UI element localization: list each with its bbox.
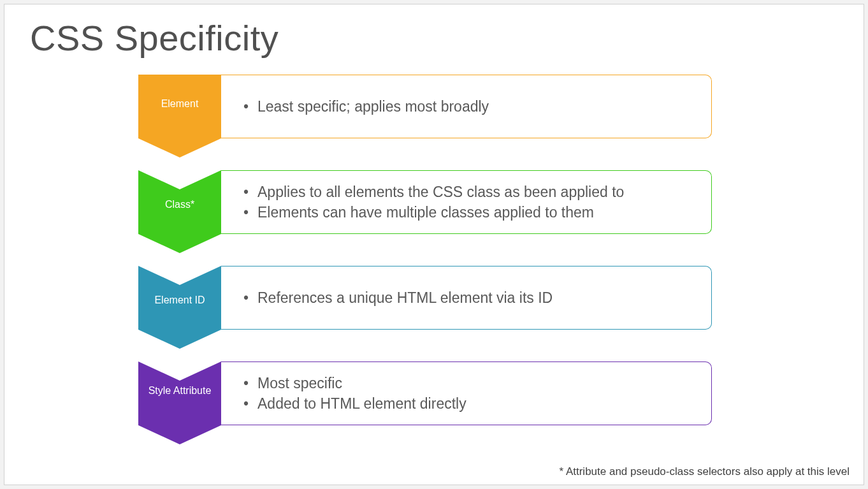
footnote-text: * Attribute and pseudo-class selectors a…	[560, 465, 850, 478]
svg-marker-0	[138, 75, 221, 157]
chevron-down-icon	[138, 361, 221, 444]
svg-marker-1	[138, 170, 221, 253]
chevron-label: Element	[138, 98, 221, 110]
bullet-item: Elements can have multiple classes appli…	[243, 202, 624, 223]
info-box: Applies to all elements the CSS class as…	[221, 170, 712, 234]
chevron-down-icon	[138, 266, 221, 349]
diagram-content: Element Least specific; applies most bro…	[138, 75, 725, 457]
info-box: References a unique HTML element via its…	[221, 266, 712, 330]
row-element: Element Least specific; applies most bro…	[138, 75, 725, 157]
chevron-label: Class*	[138, 198, 221, 210]
page-title: CSS Specificity	[30, 17, 278, 59]
row-class: Class* Applies to all elements the CSS c…	[138, 170, 725, 253]
svg-marker-3	[138, 361, 221, 444]
slide-frame: CSS Specificity Element Least specific; …	[4, 4, 864, 485]
bullet-item: Applies to all elements the CSS class as…	[243, 182, 624, 202]
bullet-item: Most specific	[243, 373, 467, 393]
bullet-item: Added to HTML element directly	[243, 393, 467, 414]
info-box: Least specific; applies most broadly	[221, 75, 712, 138]
row-element-id: Element ID References a unique HTML elem…	[138, 266, 725, 349]
bullet-item: References a unique HTML element via its…	[243, 288, 553, 308]
chevron-down-icon	[138, 170, 221, 253]
chevron-down-icon	[138, 75, 221, 157]
svg-marker-2	[138, 266, 221, 349]
chevron-label: Style Attribute	[138, 384, 221, 397]
info-box: Most specific Added to HTML element dire…	[221, 361, 712, 425]
row-style-attribute: Style Attribute Most specific Added to H…	[138, 361, 725, 444]
bullet-item: Least specific; applies most broadly	[243, 96, 489, 117]
chevron-label: Element ID	[138, 294, 221, 306]
